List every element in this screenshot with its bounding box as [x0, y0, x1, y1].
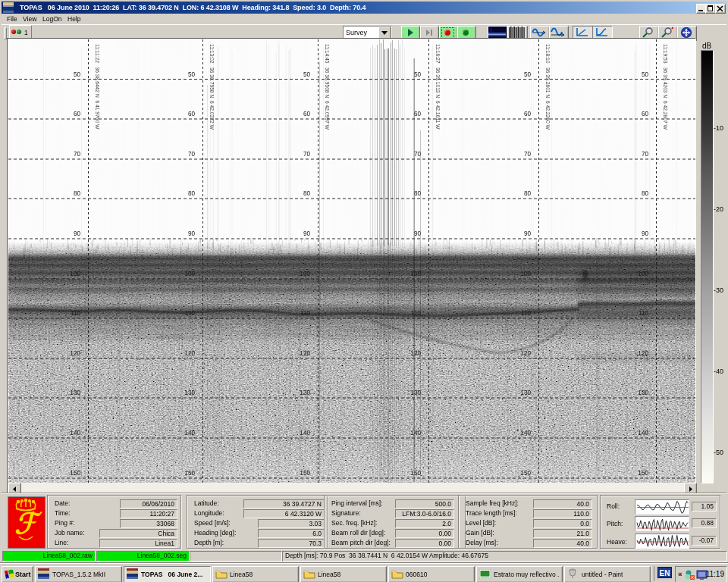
svg-text:120: 120 [638, 350, 648, 357]
svg-text:100: 100 [638, 271, 648, 277]
svg-text:80: 80 [303, 190, 311, 197]
svg-text:60: 60 [188, 111, 196, 117]
svg-text:90: 90 [524, 230, 532, 237]
svg-text:130: 130 [520, 390, 531, 396]
svg-text:150: 150 [410, 470, 421, 477]
svg-text:70: 70 [524, 151, 532, 158]
svg-text:90: 90 [642, 230, 649, 237]
svg-text:110: 110 [71, 310, 80, 317]
svg-text:11:13:02 36 38.7958 N 6 42.: 11:13:02 36 38.7958 N 6 42.0372 W [209, 44, 215, 130]
svg-text:60: 60 [642, 111, 649, 117]
svg-text:130: 130 [70, 390, 80, 396]
svg-text:70: 70 [303, 151, 311, 158]
svg-text:130: 130 [184, 390, 195, 396]
svg-text:120: 120 [410, 350, 421, 357]
svg-text:100: 100 [410, 271, 421, 277]
svg-text:70: 70 [642, 151, 649, 158]
svg-text:150: 150 [638, 470, 648, 477]
svg-text:90: 90 [188, 230, 196, 237]
svg-text:80: 80 [188, 190, 196, 197]
svg-text:80: 80 [524, 190, 532, 197]
svg-text:60: 60 [524, 111, 532, 117]
svg-text:90: 90 [303, 230, 311, 237]
svg-text:140: 140 [184, 430, 195, 436]
svg-text:110: 110 [300, 310, 310, 317]
svg-text:150: 150 [300, 470, 310, 477]
svg-text:110: 110 [521, 310, 531, 317]
svg-text:50: 50 [524, 71, 532, 78]
svg-text:90: 90 [414, 230, 422, 237]
svg-text:140: 140 [638, 430, 648, 436]
svg-text:50: 50 [414, 71, 422, 78]
svg-text:11:14:45 36 38.9508 N 6 42.: 11:14:45 36 38.9508 N 6 42.0997 W [325, 44, 330, 130]
svg-text:130: 130 [300, 390, 310, 396]
svg-text:110: 110 [639, 310, 648, 317]
svg-text:ℱ: ℱ [14, 508, 42, 540]
svg-text:110: 110 [411, 310, 421, 317]
svg-text:50: 50 [642, 71, 649, 78]
svg-text:80: 80 [414, 190, 422, 197]
svg-text:60: 60 [414, 111, 422, 117]
svg-text:70: 70 [188, 151, 196, 158]
svg-text:140: 140 [300, 430, 310, 436]
svg-text:140: 140 [520, 430, 531, 436]
svg-text:80: 80 [74, 190, 81, 197]
svg-text:130: 130 [410, 390, 421, 396]
svg-text:11:19:53 36 39.4203 N 6 42.: 11:19:53 36 39.4203 N 6 42.2807 W [663, 44, 668, 130]
svg-text:130: 130 [638, 390, 648, 396]
svg-text:100: 100 [184, 271, 195, 277]
svg-text:120: 120 [70, 350, 80, 357]
svg-text:100: 100 [70, 271, 80, 277]
svg-text:50: 50 [303, 71, 311, 78]
svg-text:150: 150 [70, 470, 80, 477]
svg-text:120: 120 [520, 350, 531, 357]
svg-text:70: 70 [414, 151, 422, 158]
svg-text:140: 140 [410, 430, 421, 436]
svg-text:90: 90 [74, 230, 81, 237]
svg-text:11:16:27 36 39.1013 N 6 42.: 11:16:27 36 39.1013 N 6 42.1611 W [435, 44, 441, 130]
svg-text:60: 60 [74, 111, 81, 117]
svg-text:11:11:22 36 38.6442 N 6 41.: 11:11:22 36 38.6442 N 6 41.9760 W [95, 44, 100, 130]
svg-text:120: 120 [184, 350, 195, 357]
svg-text:150: 150 [520, 470, 531, 477]
svg-text:120: 120 [300, 350, 310, 357]
svg-text:100: 100 [520, 271, 531, 277]
svg-text:150: 150 [184, 470, 195, 477]
svg-text:50: 50 [74, 71, 81, 78]
svg-text:80: 80 [642, 190, 649, 197]
svg-text:60: 60 [303, 111, 311, 117]
svg-text:110: 110 [185, 310, 195, 317]
svg-text:50: 50 [188, 71, 196, 78]
svg-text:140: 140 [70, 430, 80, 436]
svg-text:11:18:10 36 39.2601 N 6 42.: 11:18:10 36 39.2601 N 6 42.2260 W [545, 44, 551, 130]
svg-text:70: 70 [74, 151, 81, 158]
svg-text:100: 100 [300, 271, 310, 277]
